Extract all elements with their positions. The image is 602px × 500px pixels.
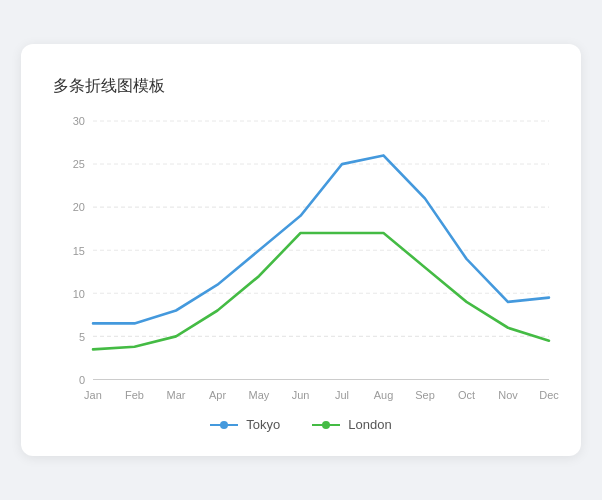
svg-text:Jan: Jan (84, 388, 102, 400)
svg-text:10: 10 (73, 287, 85, 299)
svg-text:Apr: Apr (209, 388, 226, 400)
legend: Tokyo London (53, 417, 549, 432)
svg-text:5: 5 (79, 330, 85, 342)
legend-item-london: London (312, 417, 391, 432)
svg-text:Feb: Feb (125, 388, 144, 400)
svg-text:Oct: Oct (458, 388, 476, 400)
tokyo-line (93, 155, 549, 323)
svg-text:Jun: Jun (292, 388, 310, 400)
tokyo-legend-icon (210, 419, 238, 431)
legend-item-tokyo: Tokyo (210, 417, 280, 432)
svg-point-27 (220, 421, 228, 429)
london-legend-icon (312, 419, 340, 431)
svg-text:Jul: Jul (335, 388, 349, 400)
svg-text:25: 25 (73, 158, 85, 170)
chart-title: 多条折线图模板 (53, 76, 549, 97)
svg-text:20: 20 (73, 201, 85, 213)
svg-text:Aug: Aug (374, 388, 394, 400)
london-label: London (348, 417, 391, 432)
svg-text:May: May (249, 388, 270, 400)
chart-svg: 0 5 10 15 20 25 30 Jan Feb Mar Apr May J… (53, 121, 549, 401)
svg-text:Mar: Mar (167, 388, 186, 400)
svg-point-29 (322, 421, 330, 429)
svg-text:30: 30 (73, 115, 85, 127)
chart-card: 多条折线图模板 0 5 10 15 20 25 30 Jan (21, 44, 581, 456)
chart-area: 0 5 10 15 20 25 30 Jan Feb Mar Apr May J… (53, 121, 549, 401)
svg-text:0: 0 (79, 373, 85, 385)
svg-text:15: 15 (73, 244, 85, 256)
svg-text:Dec: Dec (539, 388, 559, 400)
svg-text:Nov: Nov (498, 388, 518, 400)
tokyo-label: Tokyo (246, 417, 280, 432)
svg-text:Sep: Sep (415, 388, 435, 400)
